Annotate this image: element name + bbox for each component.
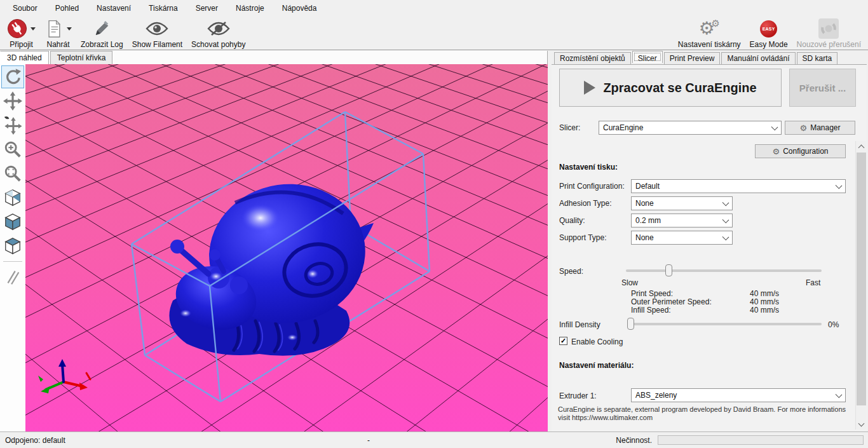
menu-file[interactable]: Soubor — [4, 1, 46, 15]
emergency-stop-icon — [818, 18, 839, 39]
enable-cooling-checkbox[interactable]: ✓ — [559, 337, 567, 345]
tab-sd-card[interactable]: SD karta — [797, 52, 838, 64]
scene-svg — [25, 64, 548, 431]
tab-object-placement[interactable]: Rozmístění objektů — [554, 52, 631, 64]
print-configuration-label: Print Configuration: — [559, 182, 625, 191]
printer-activity-status: Nečinnost. — [616, 436, 652, 445]
easy-mode-label: Easy Mode — [750, 40, 788, 49]
zoom-fit-icon — [3, 164, 22, 183]
scroll-up-button[interactable] — [856, 141, 867, 152]
tab-slicer[interactable]: Slicer — [632, 51, 663, 63]
scrollbar-thumb[interactable] — [857, 153, 866, 405]
support-type-value: None — [635, 233, 654, 242]
support-type-select[interactable]: None — [631, 231, 733, 245]
show-filament-button[interactable]: Show Filament — [128, 16, 187, 49]
slicer-select-value: CuraEngine — [603, 123, 643, 132]
scroll-down-button[interactable] — [856, 419, 867, 430]
printer-settings-button[interactable]: ⚙ ⚙ Nastavení tiskárny — [674, 16, 745, 49]
print-bed-3d-viewport[interactable] — [25, 64, 548, 431]
material-settings-heading: Nastavení materiálu: — [559, 361, 634, 370]
infill-density-slider[interactable] — [627, 323, 822, 325]
move-view-tool[interactable] — [1, 90, 24, 112]
show-filament-label: Show Filament — [132, 40, 182, 49]
load-dropdown-arrow[interactable] — [67, 27, 72, 31]
print-speed-value: 40 mm/s — [750, 289, 779, 298]
quality-label: Quality: — [559, 216, 585, 225]
slicer-panel — [552, 64, 867, 431]
chevron-down-icon — [722, 217, 729, 224]
speed-label: Speed: — [559, 267, 583, 276]
emergency-stop-label: Nouzové přerušení — [797, 40, 861, 49]
configuration-gear-icon: ⚙ — [772, 147, 780, 156]
print-configuration-select[interactable]: Default — [631, 179, 846, 193]
menubar: Soubor Pohled Nastavení Tiskárna Server … — [0, 0, 868, 16]
move-object-tool[interactable] — [1, 114, 24, 137]
outer-perimeter-speed-value: 40 mm/s — [750, 297, 779, 306]
manager-gears-icon: ⚙ — [799, 124, 807, 132]
toolbar-left-group: Připojit Nahrát — [0, 16, 250, 49]
easy-mode-button[interactable]: EASY Easy Mode — [745, 16, 792, 49]
support-type-label: Support Type: — [559, 233, 607, 242]
show-log-button[interactable]: Zobrazit Log — [76, 16, 128, 49]
connect-button[interactable]: Připojit — [3, 16, 40, 49]
workarea: 3D náhled Teplotní křivka — [0, 51, 868, 431]
menu-help[interactable]: Nápověda — [273, 1, 326, 15]
load-label: Nahrát — [46, 40, 69, 49]
slice-button[interactable]: Zpracovat se CuraEngine — [559, 69, 782, 107]
eye-icon — [146, 21, 168, 36]
view-front-button[interactable] — [1, 210, 24, 233]
infill-density-slider-thumb[interactable] — [627, 318, 634, 330]
move-arrows-icon — [3, 92, 22, 111]
chevron-down-icon — [836, 391, 843, 398]
printer-settings-label: Nastavení tiskárny — [678, 40, 741, 49]
statusbar: Odpojeno: default - Nečinnost. — [0, 431, 868, 448]
connection-status: Odpojeno: default — [5, 436, 65, 445]
adhesion-type-select[interactable]: None — [631, 196, 733, 210]
parallel-projection-toggle[interactable] — [1, 266, 24, 288]
extruder-1-value: ABS_zeleny — [635, 391, 677, 400]
slice-button-label: Zpracovat se CuraEngine — [603, 81, 756, 95]
menu-view[interactable]: Pohled — [46, 1, 88, 15]
slicer-select[interactable]: CuraEngine — [599, 121, 782, 135]
view-isometric-button[interactable] — [1, 186, 24, 209]
speed-fast-label: Fast — [806, 278, 820, 287]
tab-manual-control[interactable]: Manuální ovládání — [721, 52, 795, 64]
menu-tools[interactable]: Nástroje — [227, 1, 273, 15]
chevron-down-icon — [722, 234, 729, 241]
speed-slider[interactable] — [626, 269, 822, 272]
manager-button[interactable]: ⚙ Manager — [785, 121, 855, 135]
tab-temperature-curve[interactable]: Teplotní křivka — [50, 51, 113, 64]
zoom-fit-tool[interactable] — [1, 162, 24, 185]
cube-top-icon — [3, 236, 22, 255]
zoom-in-tool[interactable] — [1, 138, 24, 161]
infill-speed-label: Infill Speed: — [631, 306, 671, 315]
tool-divider — [3, 261, 22, 262]
repetier-host-window: Soubor Pohled Nastavení Tiskárna Server … — [0, 0, 868, 448]
panel-tabs: Rozmístění objektů Slicer Print Preview … — [554, 52, 839, 64]
speed-slider-thumb[interactable] — [665, 264, 672, 276]
chevron-up-icon — [858, 144, 865, 151]
view-tabs: 3D náhled Teplotní křivka — [0, 51, 114, 64]
view-top-button[interactable] — [1, 234, 24, 257]
zoom-in-icon — [3, 140, 22, 159]
gear-small-icon: ⚙ — [712, 18, 720, 29]
tab-3d-preview[interactable]: 3D náhled — [0, 51, 49, 64]
configuration-button[interactable]: ⚙ Configuration — [755, 144, 846, 158]
menu-printer[interactable]: Tiskárna — [140, 1, 187, 15]
toolbar-right-group: ⚙ ⚙ Nastavení tiskárny EASY Easy Mode — [674, 16, 868, 49]
configuration-button-label: Configuration — [783, 147, 828, 156]
menu-server[interactable]: Server — [187, 1, 227, 15]
extruder-1-label: Extruder 1: — [559, 391, 597, 400]
quality-select[interactable]: 0.2 mm — [631, 214, 733, 227]
rotate-view-tool[interactable] — [1, 65, 24, 88]
panel-scrollbar[interactable] — [855, 141, 866, 430]
hide-travel-button[interactable]: Schovat pohyby — [187, 16, 250, 49]
chevron-down-icon — [836, 182, 843, 189]
rotate-icon — [3, 67, 22, 86]
extruder-1-select[interactable]: ABS_zeleny — [631, 388, 846, 402]
load-button[interactable]: Nahrát — [40, 16, 76, 49]
tab-print-preview[interactable]: Print Preview — [664, 52, 721, 64]
toolbar: Připojit Nahrát — [0, 16, 868, 50]
connect-dropdown-arrow[interactable] — [31, 27, 36, 31]
menu-config[interactable]: Nastavení — [88, 1, 140, 15]
